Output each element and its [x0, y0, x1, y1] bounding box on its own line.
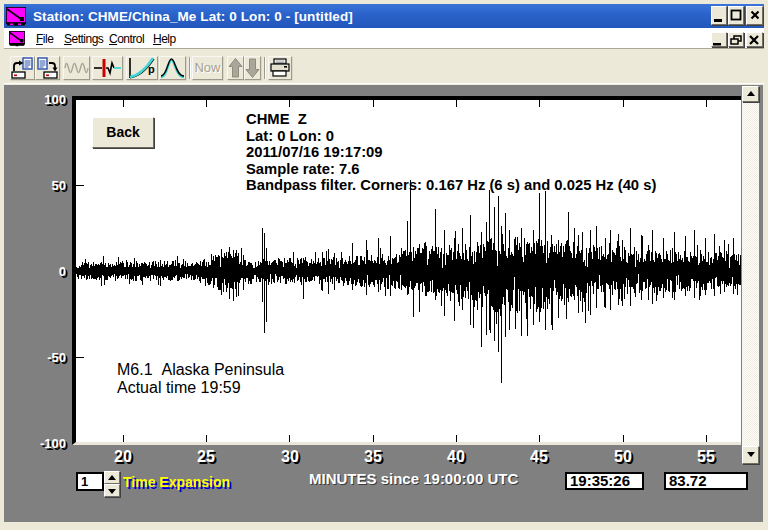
svg-text:p: p	[148, 63, 155, 75]
